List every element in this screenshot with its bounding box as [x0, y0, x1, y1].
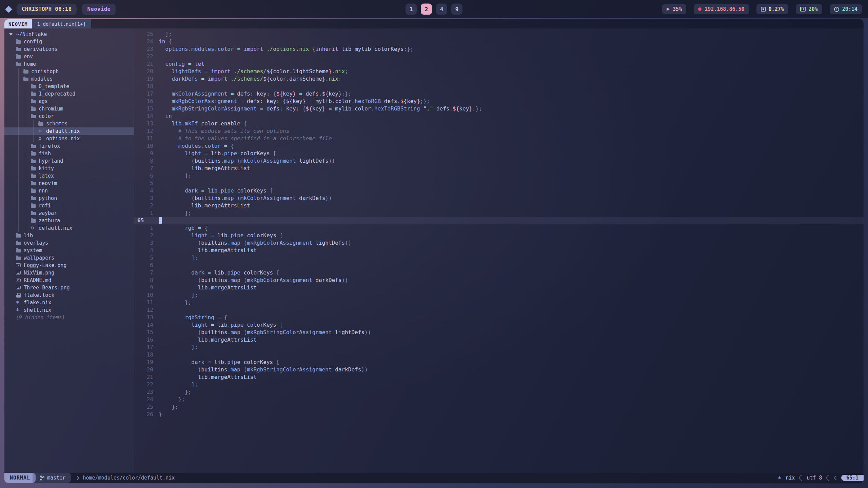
code-line[interactable]: 24in { [134, 38, 864, 45]
workspace-4[interactable]: 4 [436, 4, 447, 15]
code-line[interactable]: 3 (builtins.map (mkColorAssignment darkD… [134, 195, 864, 202]
tree-item-default.nix[interactable]: default.nix [4, 224, 134, 232]
tree-item-color[interactable]: color [4, 113, 134, 120]
tree-item-nnn[interactable]: nnn [4, 187, 134, 195]
tree-item-NixVim.png[interactable]: NixVim.png [4, 269, 134, 277]
tree-item-kitty[interactable]: kitty [4, 165, 134, 172]
code-line[interactable]: 23 }; [134, 388, 864, 396]
tree-item-ags[interactable]: ags [4, 98, 134, 105]
tree-item-home[interactable]: home [4, 60, 134, 68]
tree-item-hyprland[interactable]: hyprland [4, 157, 134, 165]
code-line[interactable]: 14 in [134, 113, 864, 120]
workspace-1[interactable]: 1 [406, 4, 417, 15]
code-line[interactable]: 23 options.modules.color = import ./opti… [134, 45, 864, 53]
code-line[interactable]: 20 (builtins.map (mkRgbStringColorAssign… [134, 366, 864, 373]
code-line[interactable]: 12 [134, 306, 864, 314]
code-line[interactable]: 22 ]; [134, 381, 864, 388]
code-line[interactable]: 21 lib.mergeAttrsList [134, 373, 864, 381]
code-line[interactable]: 4 lib.mergeAttrsList [134, 247, 864, 254]
buffer-tab[interactable]: 1 default.nix[1+] [32, 19, 91, 28]
code-line[interactable]: 13 rgbString = { [134, 314, 864, 321]
tree-item-Three-Bears.png[interactable]: Three-Bears.png [4, 284, 134, 291]
tree-item-~-NixFlake[interactable]: ~/NixFlake [4, 30, 134, 38]
memory-pill[interactable]: 20% [796, 4, 822, 14]
code-line[interactable]: 5 [134, 180, 864, 187]
tree-item-Foggy-Lake.png[interactable]: Foggy-Lake.png [4, 262, 134, 269]
code-line[interactable]: 11 # to the values specified in a colors… [134, 135, 864, 142]
tree-item-options.nix[interactable]: options.nix [4, 135, 134, 142]
code-line[interactable]: 18 [134, 351, 864, 359]
code-line[interactable]: 26} [134, 411, 864, 418]
clock-pill[interactable]: 20:14 [830, 4, 862, 14]
code-line[interactable]: 9 lib.mergeAttrsList [134, 284, 864, 291]
git-segment[interactable]: master [33, 473, 71, 483]
code-line[interactable]: 17 ]; [134, 344, 864, 351]
code-line[interactable]: 11 }; [134, 299, 864, 306]
tree-item-schemes[interactable]: schemes [4, 120, 134, 127]
tree-item-README.md[interactable]: README.md [4, 277, 134, 284]
code-line[interactable]: 3 (builtins.map (mkRgbColorAssignment li… [134, 239, 864, 247]
tree-item-zathura[interactable]: zathura [4, 217, 134, 224]
tree-item-default.nix[interactable]: default.nix [4, 127, 134, 135]
tree-item-modules[interactable]: modules [4, 75, 134, 83]
code-line[interactable]: 8 (builtins.map (mkColorAssignment light… [134, 157, 864, 165]
user-uptime-pill[interactable]: CHRISTOPH 08:18 [17, 4, 77, 15]
code-line[interactable]: 24 }; [134, 396, 864, 403]
tree-item-chromium[interactable]: chromium [4, 105, 134, 113]
cpu-pill[interactable]: 0.27% [756, 4, 788, 14]
tree-item-overlays[interactable]: overlays [4, 239, 134, 247]
code-line[interactable]: 10 ]; [134, 291, 864, 299]
code-line[interactable]: 19 darkDefs = import ./schemes/${color.d… [134, 75, 864, 83]
tree-item-latex[interactable]: latex [4, 172, 134, 180]
code-line[interactable]: 2 light = lib.pipe colorKeys [ [134, 232, 864, 239]
code-line[interactable]: 20 lightDefs = import ./schemes/${color.… [134, 68, 864, 75]
code-line[interactable]: 8 (builtins.map (mkRgbColorAssignment da… [134, 277, 864, 284]
launcher-logo-icon[interactable] [5, 5, 12, 13]
tree-item-fish[interactable]: fish [4, 150, 134, 157]
code-line[interactable]: 6 [134, 262, 864, 269]
tree-item-config[interactable]: config [4, 38, 134, 45]
code-line[interactable]: 13 lib.mkIf color.enable { [134, 120, 864, 127]
code-line[interactable]: 21 config = let [134, 60, 864, 68]
code-line[interactable]: 15 mkRgbStringColorAssignment = defs: ke… [134, 105, 864, 113]
code-line[interactable]: 9 light = lib.pipe colorKeys [ [134, 150, 864, 157]
tree-item-rofi[interactable]: rofi [4, 202, 134, 209]
code-line[interactable]: 7 dark = lib.pipe colorKeys [ [134, 269, 864, 277]
file-path-segment[interactable]: ❯ home/modules/color/default.nix [71, 473, 180, 483]
code-line[interactable]: 19 dark = lib.pipe colorKeys [ [134, 359, 864, 366]
code-line-current[interactable]: 65 [134, 217, 864, 224]
code-line[interactable]: 5 ]; [134, 254, 864, 262]
code-line[interactable]: 18 [134, 83, 864, 90]
code-line[interactable]: 1 rgb = { [134, 224, 864, 232]
tree-item-shell.nix[interactable]: shell.nix [4, 306, 134, 314]
code-line[interactable]: 22 [134, 53, 864, 60]
workspace-2[interactable]: 2 [421, 4, 432, 15]
code-line[interactable]: 25 }; [134, 403, 864, 411]
code-line[interactable]: 25 ]; [134, 30, 864, 38]
tree-item-0_template[interactable]: 0_template [4, 83, 134, 90]
tree-item-python[interactable]: python [4, 195, 134, 202]
code-line[interactable]: 15 (builtins.map (mkRgbStringColorAssign… [134, 329, 864, 336]
active-app-pill[interactable]: Neovide [82, 4, 116, 15]
code-line[interactable]: 12 # This module sets its own options [134, 127, 864, 135]
code-line[interactable]: 6 ]; [134, 172, 864, 180]
tree-item-neovim[interactable]: neovim [4, 180, 134, 187]
code-line[interactable]: 14 light = lib.pipe colorKeys [ [134, 321, 864, 329]
code-line[interactable]: 17 mkColorAssignment = defs: key: {${key… [134, 90, 864, 98]
tree-item-wallpapers[interactable]: wallpapers [4, 254, 134, 262]
tree-item-waybar[interactable]: waybar [4, 209, 134, 217]
code-line[interactable]: 1 ]; [134, 209, 864, 217]
tree-item-1_deprecated[interactable]: 1_deprecated [4, 90, 134, 98]
network-pill[interactable]: 192.168.86.50 [694, 4, 749, 14]
tree-item-derivations[interactable]: derivations [4, 45, 134, 53]
tree-item-flake.nix[interactable]: flake.nix [4, 299, 134, 306]
code-area[interactable]: 25 ];24in {23 options.modules.color = im… [134, 28, 864, 473]
tree-item-env[interactable]: env [4, 53, 134, 60]
code-line[interactable]: 10 modules.color = { [134, 142, 864, 150]
tree-item-system[interactable]: system [4, 247, 134, 254]
code-line[interactable]: 7 lib.mergeAttrsList [134, 165, 864, 172]
workspace-9[interactable]: 9 [451, 4, 462, 15]
volume-pill[interactable]: 35% [662, 4, 686, 14]
code-line[interactable]: 2 lib.mergeAttrsList [134, 202, 864, 209]
tree-item-flake.lock[interactable]: flake.lock [4, 291, 134, 299]
